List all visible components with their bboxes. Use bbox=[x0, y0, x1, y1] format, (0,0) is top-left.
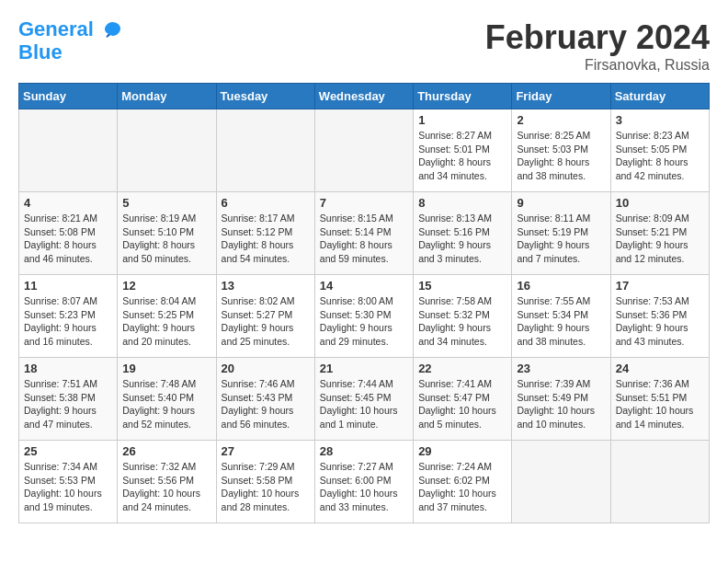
day-info: Sunrise: 7:53 AM Sunset: 5:36 PM Dayligh… bbox=[616, 294, 704, 349]
calendar-cell bbox=[512, 441, 610, 523]
day-info: Sunrise: 8:17 AM Sunset: 5:12 PM Dayligh… bbox=[222, 212, 310, 266]
calendar-cell: 28Sunrise: 7:27 AM Sunset: 6:00 PM Dayli… bbox=[314, 441, 413, 523]
day-info: Sunrise: 8:00 AM Sunset: 5:30 PM Dayligh… bbox=[320, 294, 408, 349]
calendar-cell: 2Sunrise: 8:25 AM Sunset: 5:03 PM Daylig… bbox=[512, 109, 610, 192]
logo-line1: General bbox=[18, 17, 94, 40]
day-number: 29 bbox=[418, 444, 506, 458]
day-number: 13 bbox=[222, 279, 310, 293]
weekday-header-friday: Friday bbox=[512, 84, 610, 109]
day-number: 16 bbox=[517, 279, 605, 293]
calendar-cell: 7Sunrise: 8:15 AM Sunset: 5:14 PM Daylig… bbox=[314, 192, 413, 275]
day-number: 7 bbox=[320, 196, 408, 210]
calendar-cell: 18Sunrise: 7:51 AM Sunset: 5:38 PM Dayli… bbox=[19, 358, 118, 441]
month-title: February 2024 bbox=[485, 18, 710, 57]
weekday-header-row: SundayMondayTuesdayWednesdayThursdayFrid… bbox=[19, 84, 710, 109]
day-number: 17 bbox=[616, 279, 704, 293]
day-number: 15 bbox=[418, 279, 506, 293]
weekday-header-saturday: Saturday bbox=[610, 84, 709, 109]
day-info: Sunrise: 7:41 AM Sunset: 5:47 PM Dayligh… bbox=[418, 377, 506, 431]
day-info: Sunrise: 7:48 AM Sunset: 5:40 PM Dayligh… bbox=[122, 377, 210, 431]
day-info: Sunrise: 7:24 AM Sunset: 6:02 PM Dayligh… bbox=[418, 460, 506, 514]
calendar-cell bbox=[118, 109, 216, 192]
calendar-cell: 20Sunrise: 7:46 AM Sunset: 5:43 PM Dayli… bbox=[216, 358, 314, 441]
location: Firsanovka, Russia bbox=[485, 57, 710, 74]
day-info: Sunrise: 8:21 AM Sunset: 5:08 PM Dayligh… bbox=[24, 212, 112, 266]
calendar-cell: 16Sunrise: 7:55 AM Sunset: 5:34 PM Dayli… bbox=[512, 275, 610, 358]
weekday-header-monday: Monday bbox=[118, 84, 216, 109]
calendar-cell: 27Sunrise: 7:29 AM Sunset: 5:58 PM Dayli… bbox=[216, 441, 314, 523]
calendar-cell: 6Sunrise: 8:17 AM Sunset: 5:12 PM Daylig… bbox=[216, 192, 314, 275]
day-info: Sunrise: 7:32 AM Sunset: 5:56 PM Dayligh… bbox=[122, 460, 210, 514]
page-header: General Blue February 2024 Firsanovka, R… bbox=[18, 18, 710, 74]
day-number: 1 bbox=[418, 113, 506, 127]
calendar-cell: 12Sunrise: 8:04 AM Sunset: 5:25 PM Dayli… bbox=[118, 275, 216, 358]
day-info: Sunrise: 7:39 AM Sunset: 5:49 PM Dayligh… bbox=[517, 377, 605, 431]
day-info: Sunrise: 8:19 AM Sunset: 5:10 PM Dayligh… bbox=[122, 212, 210, 266]
calendar-week-row: 18Sunrise: 7:51 AM Sunset: 5:38 PM Dayli… bbox=[19, 358, 710, 441]
day-number: 5 bbox=[122, 196, 210, 210]
day-info: Sunrise: 7:36 AM Sunset: 5:51 PM Dayligh… bbox=[616, 377, 704, 431]
logo: General Blue bbox=[18, 18, 123, 63]
day-info: Sunrise: 7:29 AM Sunset: 5:58 PM Dayligh… bbox=[222, 460, 310, 514]
day-info: Sunrise: 7:46 AM Sunset: 5:43 PM Dayligh… bbox=[222, 377, 310, 431]
logo-line2: Blue bbox=[18, 41, 123, 63]
day-number: 21 bbox=[320, 362, 408, 375]
calendar-cell: 24Sunrise: 7:36 AM Sunset: 5:51 PM Dayli… bbox=[610, 358, 709, 441]
weekday-header-tuesday: Tuesday bbox=[216, 84, 314, 109]
day-info: Sunrise: 8:25 AM Sunset: 5:03 PM Dayligh… bbox=[517, 129, 605, 183]
calendar-cell: 1Sunrise: 8:27 AM Sunset: 5:01 PM Daylig… bbox=[414, 109, 512, 192]
calendar-cell: 14Sunrise: 8:00 AM Sunset: 5:30 PM Dayli… bbox=[314, 275, 413, 358]
day-number: 3 bbox=[616, 113, 704, 127]
day-number: 25 bbox=[24, 444, 112, 458]
day-info: Sunrise: 8:15 AM Sunset: 5:14 PM Dayligh… bbox=[320, 212, 408, 266]
calendar-cell: 17Sunrise: 7:53 AM Sunset: 5:36 PM Dayli… bbox=[610, 275, 709, 358]
logo-bird-icon bbox=[101, 19, 123, 41]
calendar-cell bbox=[216, 109, 314, 192]
calendar-cell bbox=[19, 109, 118, 192]
calendar-week-row: 4Sunrise: 8:21 AM Sunset: 5:08 PM Daylig… bbox=[19, 192, 710, 275]
calendar-cell: 19Sunrise: 7:48 AM Sunset: 5:40 PM Dayli… bbox=[118, 358, 216, 441]
weekday-header-wednesday: Wednesday bbox=[314, 84, 413, 109]
day-number: 24 bbox=[616, 362, 704, 375]
title-block: February 2024 Firsanovka, Russia bbox=[485, 18, 710, 74]
day-info: Sunrise: 7:51 AM Sunset: 5:38 PM Dayligh… bbox=[24, 377, 112, 431]
day-info: Sunrise: 7:27 AM Sunset: 6:00 PM Dayligh… bbox=[320, 460, 408, 514]
day-info: Sunrise: 8:23 AM Sunset: 5:05 PM Dayligh… bbox=[616, 129, 704, 183]
day-number: 12 bbox=[122, 279, 210, 293]
day-info: Sunrise: 8:09 AM Sunset: 5:21 PM Dayligh… bbox=[616, 212, 704, 266]
calendar-cell: 3Sunrise: 8:23 AM Sunset: 5:05 PM Daylig… bbox=[610, 109, 709, 192]
day-info: Sunrise: 8:07 AM Sunset: 5:23 PM Dayligh… bbox=[24, 294, 112, 349]
day-number: 18 bbox=[24, 362, 112, 375]
day-info: Sunrise: 7:58 AM Sunset: 5:32 PM Dayligh… bbox=[418, 294, 506, 349]
calendar-cell: 11Sunrise: 8:07 AM Sunset: 5:23 PM Dayli… bbox=[19, 275, 118, 358]
day-info: Sunrise: 8:27 AM Sunset: 5:01 PM Dayligh… bbox=[418, 129, 506, 183]
calendar-cell: 9Sunrise: 8:11 AM Sunset: 5:19 PM Daylig… bbox=[512, 192, 610, 275]
weekday-header-thursday: Thursday bbox=[414, 84, 512, 109]
day-info: Sunrise: 7:55 AM Sunset: 5:34 PM Dayligh… bbox=[517, 294, 605, 349]
day-info: Sunrise: 8:11 AM Sunset: 5:19 PM Dayligh… bbox=[517, 212, 605, 266]
day-info: Sunrise: 7:44 AM Sunset: 5:45 PM Dayligh… bbox=[320, 377, 408, 431]
day-number: 6 bbox=[222, 196, 310, 210]
calendar-week-row: 1Sunrise: 8:27 AM Sunset: 5:01 PM Daylig… bbox=[19, 109, 710, 192]
calendar-cell bbox=[314, 109, 413, 192]
day-number: 8 bbox=[418, 196, 506, 210]
day-number: 9 bbox=[517, 196, 605, 210]
day-number: 2 bbox=[517, 113, 605, 127]
calendar-table: SundayMondayTuesdayWednesdayThursdayFrid… bbox=[18, 83, 710, 523]
calendar-cell: 25Sunrise: 7:34 AM Sunset: 5:53 PM Dayli… bbox=[19, 441, 118, 523]
calendar-cell: 23Sunrise: 7:39 AM Sunset: 5:49 PM Dayli… bbox=[512, 358, 610, 441]
calendar-cell: 26Sunrise: 7:32 AM Sunset: 5:56 PM Dayli… bbox=[118, 441, 216, 523]
weekday-header-sunday: Sunday bbox=[19, 84, 118, 109]
calendar-cell: 29Sunrise: 7:24 AM Sunset: 6:02 PM Dayli… bbox=[414, 441, 512, 523]
calendar-cell: 4Sunrise: 8:21 AM Sunset: 5:08 PM Daylig… bbox=[19, 192, 118, 275]
calendar-week-row: 11Sunrise: 8:07 AM Sunset: 5:23 PM Dayli… bbox=[19, 275, 710, 358]
calendar-cell bbox=[610, 441, 709, 523]
calendar-week-row: 25Sunrise: 7:34 AM Sunset: 5:53 PM Dayli… bbox=[19, 441, 710, 523]
day-number: 23 bbox=[517, 362, 605, 375]
calendar-cell: 21Sunrise: 7:44 AM Sunset: 5:45 PM Dayli… bbox=[314, 358, 413, 441]
day-info: Sunrise: 8:13 AM Sunset: 5:16 PM Dayligh… bbox=[418, 212, 506, 266]
day-number: 22 bbox=[418, 362, 506, 375]
calendar-cell: 22Sunrise: 7:41 AM Sunset: 5:47 PM Dayli… bbox=[414, 358, 512, 441]
day-number: 10 bbox=[616, 196, 704, 210]
day-info: Sunrise: 8:04 AM Sunset: 5:25 PM Dayligh… bbox=[122, 294, 210, 349]
